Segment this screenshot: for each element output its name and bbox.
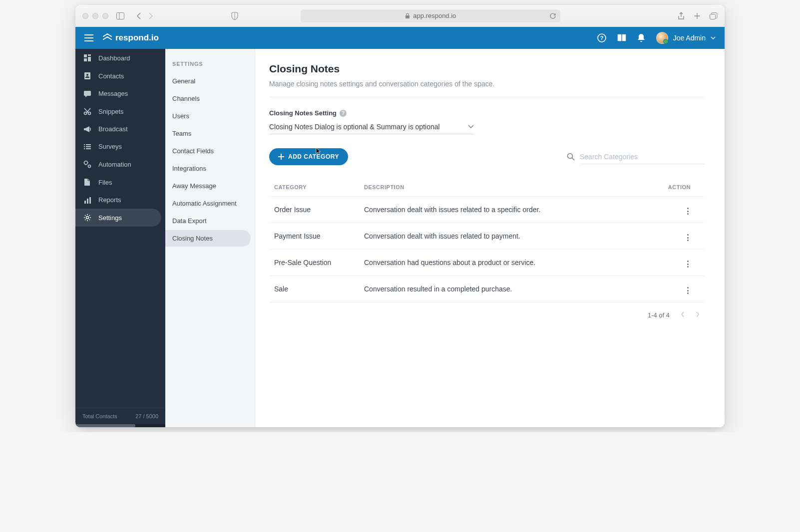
help-tooltip-icon[interactable]: ?: [340, 110, 347, 117]
primary-sidebar: DashboardContactsMessagesSnippetsBroadca…: [75, 49, 165, 427]
add-category-label: ADD CATEGORY: [288, 153, 339, 160]
svg-text:?: ?: [600, 35, 603, 41]
avatar: [656, 32, 668, 44]
svg-rect-14: [88, 57, 91, 61]
help-icon[interactable]: ?: [597, 33, 606, 42]
new-tab-icon[interactable]: [694, 12, 701, 20]
nav-item-dashboard[interactable]: Dashboard: [75, 49, 165, 67]
settings-item-general[interactable]: General: [165, 73, 255, 89]
row-actions-button[interactable]: [685, 232, 691, 243]
brand-logo[interactable]: respond.io: [102, 33, 159, 43]
categories-table: CATEGORY DESCRIPTION ACTION Order IssueC…: [269, 178, 705, 302]
nav-label: Broadcast: [98, 125, 128, 133]
svg-point-35: [568, 154, 573, 159]
snippets-icon: [83, 107, 91, 115]
nav-item-automation[interactable]: Automation: [75, 155, 165, 173]
user-name: Joe Admin: [673, 34, 706, 42]
plus-icon: [278, 154, 284, 160]
settings-item-contact-fields[interactable]: Contact Fields: [165, 143, 255, 159]
table-header: CATEGORY DESCRIPTION ACTION: [269, 178, 705, 197]
row-actions-button[interactable]: [685, 206, 691, 217]
minimize-window-btn[interactable]: [92, 13, 98, 19]
close-window-btn[interactable]: [82, 13, 88, 19]
dashboard-icon: [83, 54, 91, 62]
nav-item-messages[interactable]: Messages: [75, 85, 165, 102]
settings-item-data-export[interactable]: Data Export: [165, 213, 255, 229]
nav-item-broadcast[interactable]: Broadcast: [75, 120, 165, 138]
svg-rect-18: [84, 91, 91, 96]
user-menu[interactable]: Joe Admin: [656, 32, 716, 44]
row-actions-button[interactable]: [685, 285, 691, 296]
closing-notes-select[interactable]: Closing Notes Dialog is optional & Summa…: [269, 121, 474, 134]
scrollbar[interactable]: [75, 424, 165, 427]
table-row: Payment IssueConversation dealt with iss…: [269, 223, 705, 250]
svg-rect-0: [117, 12, 124, 19]
add-category-button[interactable]: ADD CATEGORY: [269, 148, 348, 165]
settings-icon: [83, 214, 91, 222]
col-category: CATEGORY: [274, 184, 364, 190]
footer-value: 27 / 5000: [135, 413, 158, 419]
settings-item-integrations[interactable]: Integrations: [165, 160, 255, 177]
forward-button[interactable]: [148, 12, 153, 19]
search-input[interactable]: [580, 150, 705, 164]
setting-label: Closing Notes Setting ?: [269, 109, 705, 117]
back-button[interactable]: [136, 12, 141, 19]
svg-rect-15: [84, 58, 87, 61]
svg-rect-13: [88, 54, 91, 56]
settings-item-away-message[interactable]: Away Message: [165, 178, 255, 194]
settings-item-channels[interactable]: Channels: [165, 90, 255, 107]
prev-page-button[interactable]: [681, 311, 685, 319]
address-bar[interactable]: app.respond.io: [301, 9, 560, 22]
settings-item-teams[interactable]: Teams: [165, 125, 255, 142]
nav-label: Reports: [98, 196, 121, 204]
nav-item-files[interactable]: Files: [75, 173, 165, 191]
settings-item-automatic-assignment[interactable]: Automatic Assignment: [165, 195, 255, 212]
nav-label: Surveys: [98, 143, 122, 150]
menu-toggle-button[interactable]: [84, 34, 93, 41]
nav-label: Files: [98, 179, 112, 186]
nav-label: Settings: [98, 214, 122, 222]
svg-rect-29: [84, 201, 86, 204]
docs-icon[interactable]: [617, 34, 626, 42]
chevron-down-icon: [468, 125, 474, 129]
col-action: ACTION: [660, 184, 700, 190]
nav-item-surveys[interactable]: Surveys: [75, 138, 165, 155]
settings-item-users[interactable]: Users: [165, 108, 255, 124]
row-actions-button[interactable]: [685, 259, 691, 269]
cell-description: Conversation dealt with issues related t…: [364, 206, 660, 214]
share-icon[interactable]: [678, 12, 685, 20]
nav-label: Dashboard: [98, 54, 130, 62]
settings-sidebar: SETTINGS GeneralChannelsUsersTeamsContac…: [165, 49, 255, 427]
shield-icon[interactable]: [231, 12, 238, 20]
refresh-button[interactable]: [549, 12, 556, 19]
sidebar-toggle-icon[interactable]: [116, 12, 124, 19]
nav-item-settings[interactable]: Settings: [75, 209, 161, 227]
bell-icon[interactable]: [637, 33, 645, 42]
automation-icon: [83, 160, 91, 168]
svg-rect-3: [405, 15, 409, 18]
settings-heading: SETTINGS: [165, 61, 255, 73]
svg-rect-12: [84, 54, 87, 57]
logo-icon: [102, 33, 112, 42]
svg-point-17: [86, 74, 88, 76]
messages-icon: [83, 90, 91, 97]
nav-item-reports[interactable]: Reports: [75, 191, 165, 209]
tabs-icon[interactable]: [710, 12, 718, 20]
nav-item-contacts[interactable]: Contacts: [75, 67, 165, 85]
nav-label: Automation: [98, 161, 131, 168]
page-subtitle: Manage closing notes settings and conver…: [269, 80, 705, 97]
maximize-window-btn[interactable]: [102, 13, 108, 19]
nav-item-snippets[interactable]: Snippets: [75, 102, 165, 120]
brand-text: respond.io: [115, 33, 159, 43]
settings-item-closing-notes[interactable]: Closing Notes: [165, 230, 251, 247]
select-value: Closing Notes Dialog is optional & Summa…: [269, 123, 440, 131]
cursor-icon: [316, 147, 322, 155]
surveys-icon: [83, 144, 91, 150]
browser-window: app.respond.io respond.io: [75, 5, 725, 427]
footer-label: Total Contacts: [82, 413, 117, 419]
search-wrap: [567, 150, 705, 164]
next-page-button[interactable]: [696, 311, 700, 319]
broadcast-icon: [83, 126, 91, 133]
browser-chrome: app.respond.io: [75, 5, 725, 27]
main-content: Closing Notes Manage closing notes setti…: [255, 49, 725, 427]
